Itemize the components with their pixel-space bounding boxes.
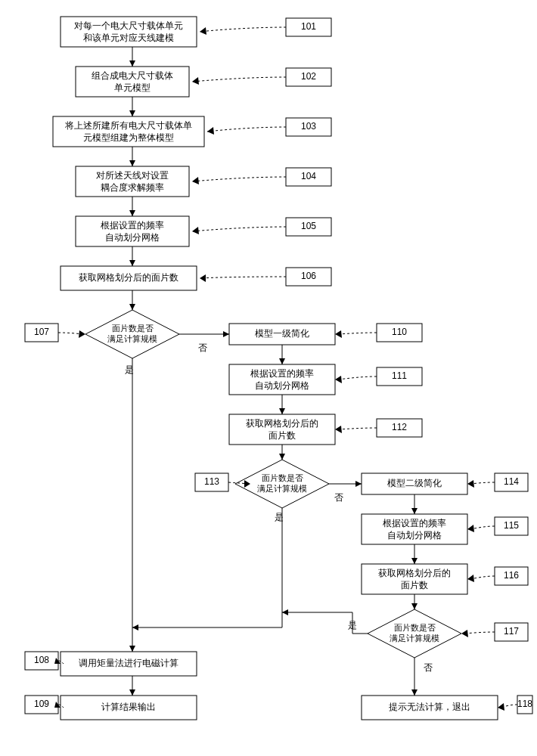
num-102: 102 bbox=[301, 71, 316, 82]
no-107: 否 bbox=[198, 342, 207, 353]
num-118: 118 bbox=[517, 699, 532, 709]
step-116-l1: 获取网格划分后的 bbox=[378, 568, 451, 578]
svg-marker-44 bbox=[335, 376, 342, 383]
svg-marker-5 bbox=[129, 160, 135, 166]
step-105-l2: 自动划分网格 bbox=[105, 232, 160, 243]
svg-marker-13 bbox=[129, 646, 135, 652]
dec-107-l2: 满足计算规模 bbox=[107, 334, 157, 343]
step-112-l1: 获取网格划分后的 bbox=[246, 418, 318, 429]
step-104-l2: 耦合度求解频率 bbox=[101, 182, 164, 193]
num-112: 112 bbox=[392, 422, 407, 432]
step-105-l1: 根据设置的频率 bbox=[101, 220, 164, 231]
step-114-l1: 模型二级简化 bbox=[387, 478, 442, 488]
dec-113-l2: 满足计算规模 bbox=[257, 484, 307, 493]
svg-marker-30 bbox=[411, 558, 417, 564]
svg-marker-45 bbox=[335, 426, 342, 433]
step-112-l2: 面片数 bbox=[268, 430, 296, 441]
svg-marker-47 bbox=[467, 480, 474, 488]
step-111-l2: 自动划分网格 bbox=[255, 380, 309, 391]
step-118-l1: 提示无法计算，退出 bbox=[389, 702, 470, 712]
num-111: 111 bbox=[392, 370, 407, 381]
num-106: 106 bbox=[301, 271, 316, 281]
num-109: 109 bbox=[34, 699, 49, 709]
dec-117-l2: 满足计算规模 bbox=[390, 634, 439, 643]
num-116: 116 bbox=[504, 570, 519, 581]
svg-marker-48 bbox=[467, 525, 474, 532]
svg-marker-28 bbox=[411, 508, 417, 514]
svg-marker-1 bbox=[129, 60, 135, 67]
step-108-l1: 调用矩量法进行电磁计算 bbox=[79, 658, 178, 668]
svg-marker-50 bbox=[461, 630, 468, 637]
svg-marker-33 bbox=[282, 609, 288, 615]
num-108: 108 bbox=[34, 655, 49, 665]
svg-marker-24 bbox=[132, 624, 138, 631]
step-102-l1: 组合成电大尺寸载体 bbox=[92, 70, 173, 81]
step-116-l2: 面片数 bbox=[401, 580, 428, 590]
svg-marker-37 bbox=[192, 77, 199, 85]
svg-marker-41 bbox=[200, 274, 206, 282]
svg-marker-42 bbox=[79, 330, 85, 338]
svg-marker-26 bbox=[355, 481, 362, 487]
svg-marker-53 bbox=[498, 703, 504, 711]
svg-marker-19 bbox=[279, 358, 285, 364]
svg-marker-15 bbox=[129, 689, 135, 696]
svg-marker-36 bbox=[200, 27, 206, 35]
svg-marker-17 bbox=[223, 331, 229, 337]
step-111-l1: 根据设置的频率 bbox=[250, 368, 314, 379]
num-115: 115 bbox=[504, 520, 519, 531]
no-113: 否 bbox=[334, 492, 343, 503]
num-107: 107 bbox=[34, 327, 49, 337]
num-113: 113 bbox=[204, 476, 219, 487]
step-115-l1: 根据设置的频率 bbox=[383, 518, 446, 528]
no-117: 否 bbox=[424, 662, 433, 673]
dec-117-l1: 面片数是否 bbox=[394, 623, 436, 632]
step-109-l1: 计算结果输出 bbox=[101, 702, 156, 712]
step-103-l1: 将上述所建所有电大尺寸载体单 bbox=[64, 120, 192, 131]
svg-marker-38 bbox=[207, 127, 214, 135]
num-114: 114 bbox=[504, 476, 519, 487]
step-102-l2: 单元模型 bbox=[114, 82, 151, 93]
dec-107-l1: 面片数是否 bbox=[112, 324, 154, 333]
step-101-l2: 和该单元对应天线建模 bbox=[83, 33, 174, 43]
num-101: 101 bbox=[301, 21, 316, 32]
step-106-l1: 获取网格划分后的面片数 bbox=[79, 272, 178, 283]
svg-marker-49 bbox=[467, 575, 474, 582]
num-110: 110 bbox=[392, 327, 407, 337]
num-117: 117 bbox=[504, 626, 519, 637]
step-101-l1: 对每一个电大尺寸载体单元 bbox=[74, 20, 183, 31]
svg-marker-35 bbox=[411, 689, 417, 696]
step-104-l1: 对所述天线对设置 bbox=[96, 170, 169, 181]
svg-marker-39 bbox=[192, 177, 199, 184]
step-110-l1: 模型一级简化 bbox=[255, 328, 309, 339]
num-104: 104 bbox=[301, 171, 316, 181]
num-103: 103 bbox=[301, 121, 316, 132]
svg-marker-23 bbox=[279, 454, 285, 460]
svg-marker-32 bbox=[411, 603, 417, 609]
step-115-l2: 自动划分网格 bbox=[387, 530, 442, 541]
flowchart: 对每一个电大尺寸载体单元 和该单元对应天线建模 组合成电大尺寸载体 单元模型 将… bbox=[0, 0, 537, 756]
svg-marker-3 bbox=[129, 110, 135, 116]
dec-113-l1: 面片数是否 bbox=[262, 473, 303, 482]
svg-marker-43 bbox=[335, 330, 342, 338]
svg-marker-9 bbox=[129, 260, 135, 266]
svg-marker-11 bbox=[129, 304, 135, 310]
step-103-l2: 元模型组建为整体模型 bbox=[83, 132, 174, 143]
svg-marker-7 bbox=[129, 210, 135, 216]
svg-marker-21 bbox=[279, 408, 285, 414]
num-105: 105 bbox=[301, 221, 316, 231]
svg-marker-40 bbox=[192, 227, 199, 234]
